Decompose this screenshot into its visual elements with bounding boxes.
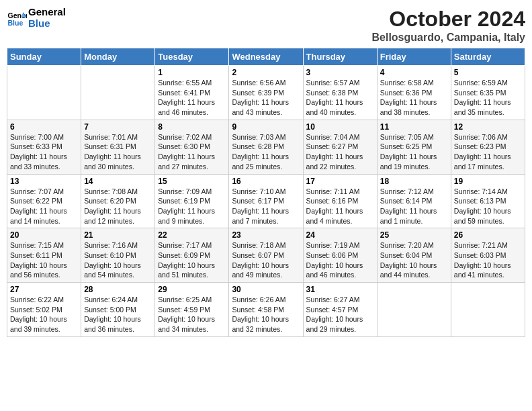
title-area: October 2024 Bellosguardo, Campania, Ita…: [372, 7, 526, 44]
day-info: Sunrise: 7:07 AMSunset: 6:22 PMDaylight:…: [10, 187, 78, 226]
month-title: October 2024: [372, 7, 526, 32]
day-of-week-header: Friday: [377, 48, 451, 66]
day-info: Sunrise: 6:58 AMSunset: 6:36 PMDaylight:…: [380, 78, 448, 118]
day-number: 29: [158, 285, 226, 294]
day-info: Sunrise: 7:17 AMSunset: 6:09 PMDaylight:…: [158, 240, 226, 280]
day-number: 9: [232, 122, 300, 132]
calendar-cell: 16Sunrise: 7:10 AMSunset: 6:17 PMDayligh…: [229, 174, 303, 228]
calendar-cell: 4Sunrise: 6:58 AMSunset: 6:36 PMDaylight…: [377, 66, 451, 120]
day-number: 8: [158, 122, 226, 132]
day-info: Sunrise: 7:18 AMSunset: 6:07 PMDaylight:…: [232, 240, 300, 280]
day-number: 24: [306, 230, 374, 240]
calendar-week-row: 27Sunrise: 6:22 AMSunset: 5:02 PMDayligh…: [7, 283, 525, 337]
day-info: Sunrise: 7:04 AMSunset: 6:27 PMDaylight:…: [306, 132, 374, 172]
logo-blue-text: Blue: [28, 18, 66, 30]
day-info: Sunrise: 7:10 AMSunset: 6:17 PMDaylight:…: [232, 187, 300, 226]
day-info: Sunrise: 7:06 AMSunset: 6:23 PMDaylight:…: [454, 132, 522, 172]
day-info: Sunrise: 7:20 AMSunset: 6:04 PMDaylight:…: [380, 240, 448, 280]
calendar-cell: 20Sunrise: 7:15 AMSunset: 6:11 PMDayligh…: [7, 228, 81, 283]
calendar-cell: [451, 283, 525, 337]
day-info: Sunrise: 7:09 AMSunset: 6:19 PMDaylight:…: [158, 187, 226, 226]
calendar-cell: 26Sunrise: 7:21 AMSunset: 6:03 PMDayligh…: [451, 228, 525, 283]
day-number: 27: [10, 285, 78, 294]
calendar-cell: 28Sunrise: 6:24 AMSunset: 5:00 PMDayligh…: [81, 283, 155, 337]
calendar-week-row: 13Sunrise: 7:07 AMSunset: 6:22 PMDayligh…: [7, 174, 525, 228]
day-info: Sunrise: 7:16 AMSunset: 6:10 PMDaylight:…: [84, 240, 152, 280]
day-number: 4: [380, 68, 448, 77]
day-info: Sunrise: 6:59 AMSunset: 6:35 PMDaylight:…: [454, 78, 522, 118]
day-info: Sunrise: 7:19 AMSunset: 6:06 PMDaylight:…: [306, 240, 374, 280]
calendar-cell: 21Sunrise: 7:16 AMSunset: 6:10 PMDayligh…: [81, 228, 155, 283]
logo-general-text: General: [28, 7, 66, 18]
day-info: Sunrise: 6:27 AMSunset: 4:57 PMDaylight:…: [306, 295, 374, 334]
calendar-table: SundayMondayTuesdayWednesdayThursdayFrid…: [7, 48, 525, 337]
logo-icon: General Blue: [7, 8, 27, 28]
day-number: 18: [380, 177, 448, 186]
calendar-cell: 7Sunrise: 7:01 AMSunset: 6:31 PMDaylight…: [81, 120, 155, 174]
calendar-cell: 8Sunrise: 7:02 AMSunset: 6:30 PMDaylight…: [155, 120, 229, 174]
day-number: 1: [158, 68, 226, 77]
day-number: 15: [158, 177, 226, 186]
calendar-cell: 15Sunrise: 7:09 AMSunset: 6:19 PMDayligh…: [155, 174, 229, 228]
day-info: Sunrise: 7:05 AMSunset: 6:25 PMDaylight:…: [380, 132, 448, 172]
calendar-cell: 14Sunrise: 7:08 AMSunset: 6:20 PMDayligh…: [81, 174, 155, 228]
day-number: 22: [158, 230, 226, 240]
calendar-cell: 6Sunrise: 7:00 AMSunset: 6:33 PMDaylight…: [7, 120, 81, 174]
calendar-body: 1Sunrise: 6:55 AMSunset: 6:41 PMDaylight…: [7, 66, 525, 337]
calendar-cell: 3Sunrise: 6:57 AMSunset: 6:38 PMDaylight…: [303, 66, 377, 120]
day-info: Sunrise: 7:01 AMSunset: 6:31 PMDaylight:…: [84, 132, 152, 172]
calendar-cell: 22Sunrise: 7:17 AMSunset: 6:09 PMDayligh…: [155, 228, 229, 283]
day-info: Sunrise: 7:03 AMSunset: 6:28 PMDaylight:…: [232, 132, 300, 172]
day-info: Sunrise: 7:15 AMSunset: 6:11 PMDaylight:…: [10, 240, 78, 280]
day-number: 17: [306, 177, 374, 186]
calendar-cell: 11Sunrise: 7:05 AMSunset: 6:25 PMDayligh…: [377, 120, 451, 174]
calendar-cell: 18Sunrise: 7:12 AMSunset: 6:14 PMDayligh…: [377, 174, 451, 228]
day-number: 5: [454, 68, 522, 77]
logo: General Blue General Blue: [7, 7, 66, 29]
day-info: Sunrise: 6:57 AMSunset: 6:38 PMDaylight:…: [306, 78, 374, 118]
calendar-cell: 27Sunrise: 6:22 AMSunset: 5:02 PMDayligh…: [7, 283, 81, 337]
day-number: 10: [306, 122, 374, 132]
day-of-week-header: Wednesday: [229, 48, 303, 66]
calendar-cell: 31Sunrise: 6:27 AMSunset: 4:57 PMDayligh…: [303, 283, 377, 337]
calendar-cell: 24Sunrise: 7:19 AMSunset: 6:06 PMDayligh…: [303, 228, 377, 283]
day-number: 3: [306, 68, 374, 77]
day-number: 6: [10, 122, 78, 132]
day-info: Sunrise: 7:12 AMSunset: 6:14 PMDaylight:…: [380, 187, 448, 226]
day-number: 21: [84, 230, 152, 240]
calendar-cell: 1Sunrise: 6:55 AMSunset: 6:41 PMDaylight…: [155, 66, 229, 120]
day-number: 2: [232, 68, 300, 77]
day-number: 14: [84, 177, 152, 186]
day-info: Sunrise: 6:25 AMSunset: 4:59 PMDaylight:…: [158, 295, 226, 334]
day-number: 11: [380, 122, 448, 132]
calendar-cell: 30Sunrise: 6:26 AMSunset: 4:58 PMDayligh…: [229, 283, 303, 337]
day-number: 19: [454, 177, 522, 186]
calendar-cell: 25Sunrise: 7:20 AMSunset: 6:04 PMDayligh…: [377, 228, 451, 283]
calendar-week-row: 1Sunrise: 6:55 AMSunset: 6:41 PMDaylight…: [7, 66, 525, 120]
calendar-cell: 12Sunrise: 7:06 AMSunset: 6:23 PMDayligh…: [451, 120, 525, 174]
day-of-week-header: Saturday: [451, 48, 525, 66]
day-number: 16: [232, 177, 300, 186]
day-number: 28: [84, 285, 152, 294]
day-number: 13: [10, 177, 78, 186]
day-of-week-header: Tuesday: [155, 48, 229, 66]
calendar-cell: [7, 66, 81, 120]
svg-text:Blue: Blue: [8, 18, 24, 26]
calendar-cell: 29Sunrise: 6:25 AMSunset: 4:59 PMDayligh…: [155, 283, 229, 337]
day-info: Sunrise: 6:56 AMSunset: 6:39 PMDaylight:…: [232, 78, 300, 118]
calendar-cell: 17Sunrise: 7:11 AMSunset: 6:16 PMDayligh…: [303, 174, 377, 228]
day-info: Sunrise: 6:22 AMSunset: 5:02 PMDaylight:…: [10, 295, 78, 334]
calendar-cell: 19Sunrise: 7:14 AMSunset: 6:13 PMDayligh…: [451, 174, 525, 228]
day-of-week-header: Sunday: [7, 48, 81, 66]
day-number: 7: [84, 122, 152, 132]
calendar-header-row: SundayMondayTuesdayWednesdayThursdayFrid…: [7, 48, 525, 66]
day-number: 25: [380, 230, 448, 240]
day-info: Sunrise: 7:00 AMSunset: 6:33 PMDaylight:…: [10, 132, 78, 172]
day-number: 26: [454, 230, 522, 240]
calendar-cell: 5Sunrise: 6:59 AMSunset: 6:35 PMDaylight…: [451, 66, 525, 120]
calendar-week-row: 6Sunrise: 7:00 AMSunset: 6:33 PMDaylight…: [7, 120, 525, 174]
day-info: Sunrise: 6:24 AMSunset: 5:00 PMDaylight:…: [84, 295, 152, 334]
day-info: Sunrise: 7:21 AMSunset: 6:03 PMDaylight:…: [454, 240, 522, 280]
day-info: Sunrise: 7:08 AMSunset: 6:20 PMDaylight:…: [84, 187, 152, 226]
day-info: Sunrise: 6:55 AMSunset: 6:41 PMDaylight:…: [158, 78, 226, 118]
